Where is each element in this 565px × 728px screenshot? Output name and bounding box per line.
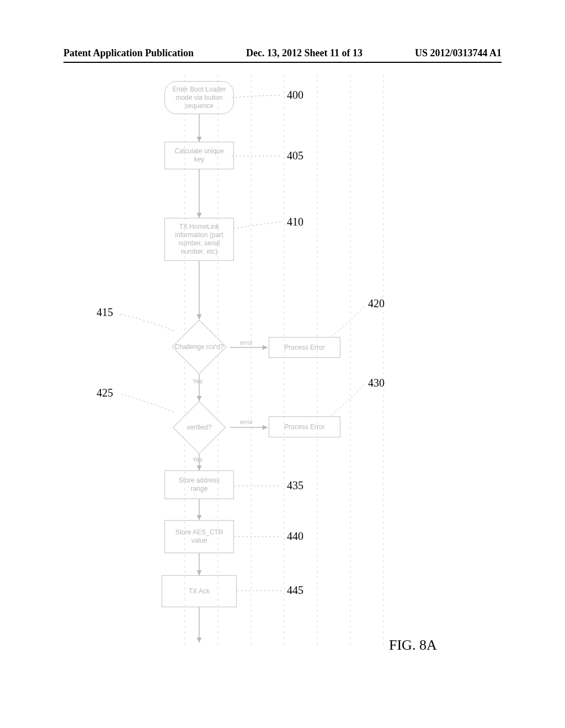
node-text: Process Error (284, 423, 324, 431)
ref-400: 400 (287, 89, 303, 101)
edge-label-yes1: Yes (193, 378, 202, 384)
node-text: Enter Boot Loader mode via button sequen… (169, 85, 229, 110)
header-rule (63, 62, 502, 63)
node-text: Challenge rcv'd? (174, 343, 223, 351)
ref-410: 410 (287, 216, 303, 228)
node-text: TX HomeLink information (part number, se… (169, 223, 229, 256)
node-store-address-range: Store address range (164, 470, 234, 499)
ref-435: 435 (287, 479, 303, 492)
node-verified: verified? (166, 401, 232, 454)
page-header: Patent Application Publication Dec. 13, … (63, 47, 502, 59)
node-calculate-key: Calculate unique key (164, 142, 234, 169)
node-text: TX Ack (189, 587, 210, 596)
node-tx-ack: TX Ack (162, 575, 237, 607)
ref-445: 445 (287, 584, 303, 597)
header-center: Dec. 13, 2012 Sheet 11 of 13 (246, 47, 363, 59)
node-challenge-rcvd: Challenge rcv'd? (166, 319, 232, 374)
ref-420: 420 (368, 297, 385, 310)
ref-430: 430 (368, 377, 385, 389)
header-left: Patent Application Publication (63, 47, 194, 59)
node-text: verified? (186, 424, 211, 431)
node-tx-homelink: TX HomeLink information (part number, se… (164, 218, 234, 261)
ref-425: 425 (97, 387, 113, 399)
figure-label: FIG. 8A (389, 637, 437, 654)
connector-lines (63, 74, 502, 684)
node-enter-bootloader: Enter Boot Loader mode via button sequen… (164, 81, 234, 114)
node-text: Calculate unique key (169, 147, 229, 164)
edge-label-error1: error (240, 339, 253, 346)
ref-405: 405 (287, 149, 303, 162)
node-process-error-1: Process Error (269, 337, 340, 358)
ref-440: 440 (287, 530, 303, 543)
node-store-aes-ctr: Store AES_CTR value (164, 520, 234, 553)
edge-label-error2: error (240, 419, 253, 425)
header-right: US 2012/0313744 A1 (415, 47, 502, 59)
edge-label-yes2: Yes (193, 456, 202, 463)
ref-415: 415 (97, 306, 113, 319)
flowchart-diagram: Enter Boot Loader mode via button sequen… (63, 74, 502, 684)
node-text: Process Error (284, 344, 324, 352)
node-text: Store address range (169, 477, 229, 493)
node-text: Store AES_CTR value (169, 528, 229, 545)
node-process-error-2: Process Error (269, 416, 340, 437)
